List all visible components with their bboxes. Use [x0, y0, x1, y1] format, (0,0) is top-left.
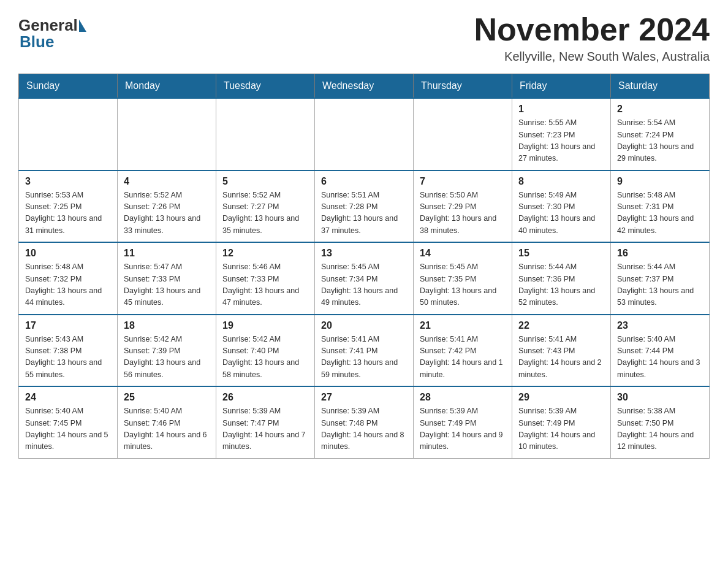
- day-info: Sunrise: 5:42 AM Sunset: 7:40 PM Dayligh…: [222, 334, 308, 381]
- day-info: Sunrise: 5:49 AM Sunset: 7:30 PM Dayligh…: [518, 190, 604, 237]
- day-info: Sunrise: 5:41 AM Sunset: 7:41 PM Dayligh…: [321, 334, 407, 381]
- day-number: 21: [420, 320, 506, 331]
- day-number: 29: [518, 392, 604, 403]
- calendar-cell: 26Sunrise: 5:39 AM Sunset: 7:47 PM Dayli…: [216, 386, 315, 458]
- calendar-cell: 13Sunrise: 5:45 AM Sunset: 7:34 PM Dayli…: [315, 242, 414, 315]
- day-info: Sunrise: 5:47 AM Sunset: 7:33 PM Dayligh…: [124, 261, 210, 309]
- calendar-cell: 8Sunrise: 5:49 AM Sunset: 7:30 PM Daylig…: [512, 170, 611, 243]
- calendar-cell: 18Sunrise: 5:42 AM Sunset: 7:39 PM Dayli…: [118, 315, 216, 387]
- day-number: 13: [321, 248, 407, 259]
- day-info: Sunrise: 5:39 AM Sunset: 7:48 PM Dayligh…: [321, 405, 407, 453]
- calendar-cell: 15Sunrise: 5:44 AM Sunset: 7:36 PM Dayli…: [512, 242, 611, 315]
- day-number: 15: [518, 248, 604, 259]
- day-info: Sunrise: 5:55 AM Sunset: 7:23 PM Dayligh…: [518, 117, 604, 165]
- day-number: 8: [518, 176, 604, 187]
- day-number: 10: [25, 248, 111, 259]
- day-info: Sunrise: 5:52 AM Sunset: 7:26 PM Dayligh…: [124, 190, 210, 237]
- day-number: 4: [124, 176, 210, 187]
- logo: General Blue: [18, 12, 88, 52]
- day-number: 18: [124, 320, 210, 331]
- day-info: Sunrise: 5:48 AM Sunset: 7:31 PM Dayligh…: [617, 190, 703, 237]
- title-block: November 2024 Kellyville, New South Wale…: [474, 12, 710, 64]
- day-number: 6: [321, 176, 407, 187]
- calendar-cell: 5Sunrise: 5:52 AM Sunset: 7:27 PM Daylig…: [216, 170, 315, 243]
- week-row-2: 3Sunrise: 5:53 AM Sunset: 7:25 PM Daylig…: [19, 170, 710, 243]
- day-info: Sunrise: 5:39 AM Sunset: 7:49 PM Dayligh…: [420, 405, 506, 453]
- day-info: Sunrise: 5:45 AM Sunset: 7:34 PM Dayligh…: [321, 261, 407, 309]
- calendar-cell: [19, 98, 118, 170]
- day-info: Sunrise: 5:42 AM Sunset: 7:39 PM Dayligh…: [124, 334, 210, 381]
- calendar-cell: 4Sunrise: 5:52 AM Sunset: 7:26 PM Daylig…: [118, 170, 216, 243]
- calendar-cell: 12Sunrise: 5:46 AM Sunset: 7:33 PM Dayli…: [216, 242, 315, 315]
- day-number: 25: [124, 392, 210, 403]
- calendar-header-row: SundayMondayTuesdayWednesdayThursdayFrid…: [19, 74, 710, 99]
- calendar-cell: 20Sunrise: 5:41 AM Sunset: 7:41 PM Dayli…: [315, 315, 414, 387]
- calendar-cell: [414, 98, 512, 170]
- day-number: 20: [321, 320, 407, 331]
- day-info: Sunrise: 5:40 AM Sunset: 7:45 PM Dayligh…: [25, 405, 111, 453]
- day-number: 5: [222, 176, 308, 187]
- day-info: Sunrise: 5:40 AM Sunset: 7:44 PM Dayligh…: [617, 334, 703, 381]
- calendar-cell: 1Sunrise: 5:55 AM Sunset: 7:23 PM Daylig…: [512, 98, 611, 170]
- day-number: 23: [617, 320, 703, 331]
- day-info: Sunrise: 5:54 AM Sunset: 7:24 PM Dayligh…: [617, 117, 703, 165]
- week-row-3: 10Sunrise: 5:48 AM Sunset: 7:32 PM Dayli…: [19, 242, 710, 315]
- day-header-sunday: Sunday: [19, 74, 118, 99]
- day-info: Sunrise: 5:41 AM Sunset: 7:43 PM Dayligh…: [518, 334, 604, 381]
- day-info: Sunrise: 5:44 AM Sunset: 7:36 PM Dayligh…: [518, 261, 604, 309]
- day-number: 12: [222, 248, 308, 259]
- calendar-cell: 27Sunrise: 5:39 AM Sunset: 7:48 PM Dayli…: [315, 386, 414, 458]
- location-title: Kellyville, New South Wales, Australia: [474, 50, 710, 64]
- calendar-cell: [315, 98, 414, 170]
- calendar-cell: 17Sunrise: 5:43 AM Sunset: 7:38 PM Dayli…: [19, 315, 118, 387]
- day-number: 27: [321, 392, 407, 403]
- day-number: 7: [420, 176, 506, 187]
- calendar-cell: [216, 98, 315, 170]
- calendar-cell: 9Sunrise: 5:48 AM Sunset: 7:31 PM Daylig…: [611, 170, 710, 243]
- calendar-cell: 11Sunrise: 5:47 AM Sunset: 7:33 PM Dayli…: [118, 242, 216, 315]
- day-header-tuesday: Tuesday: [216, 74, 315, 99]
- day-number: 17: [25, 320, 111, 331]
- logo-triangle-icon: [79, 20, 86, 32]
- day-info: Sunrise: 5:38 AM Sunset: 7:50 PM Dayligh…: [617, 405, 703, 453]
- day-info: Sunrise: 5:52 AM Sunset: 7:27 PM Dayligh…: [222, 190, 308, 237]
- day-info: Sunrise: 5:53 AM Sunset: 7:25 PM Dayligh…: [25, 190, 111, 237]
- calendar-cell: 3Sunrise: 5:53 AM Sunset: 7:25 PM Daylig…: [19, 170, 118, 243]
- calendar-cell: 16Sunrise: 5:44 AM Sunset: 7:37 PM Dayli…: [611, 242, 710, 315]
- day-info: Sunrise: 5:45 AM Sunset: 7:35 PM Dayligh…: [420, 261, 506, 309]
- calendar-cell: 7Sunrise: 5:50 AM Sunset: 7:29 PM Daylig…: [414, 170, 512, 243]
- day-number: 1: [518, 104, 604, 115]
- calendar-cell: 30Sunrise: 5:38 AM Sunset: 7:50 PM Dayli…: [611, 386, 710, 458]
- day-info: Sunrise: 5:41 AM Sunset: 7:42 PM Dayligh…: [420, 334, 506, 381]
- calendar-cell: 22Sunrise: 5:41 AM Sunset: 7:43 PM Dayli…: [512, 315, 611, 387]
- day-info: Sunrise: 5:44 AM Sunset: 7:37 PM Dayligh…: [617, 261, 703, 309]
- day-number: 30: [617, 392, 703, 403]
- week-row-1: 1Sunrise: 5:55 AM Sunset: 7:23 PM Daylig…: [19, 98, 710, 170]
- calendar-cell: 24Sunrise: 5:40 AM Sunset: 7:45 PM Dayli…: [19, 386, 118, 458]
- calendar-cell: 14Sunrise: 5:45 AM Sunset: 7:35 PM Dayli…: [414, 242, 512, 315]
- day-info: Sunrise: 5:50 AM Sunset: 7:29 PM Dayligh…: [420, 190, 506, 237]
- day-info: Sunrise: 5:40 AM Sunset: 7:46 PM Dayligh…: [124, 405, 210, 453]
- calendar-cell: 19Sunrise: 5:42 AM Sunset: 7:40 PM Dayli…: [216, 315, 315, 387]
- calendar-table: SundayMondayTuesdayWednesdayThursdayFrid…: [18, 74, 710, 459]
- day-header-monday: Monday: [118, 74, 216, 99]
- day-number: 28: [420, 392, 506, 403]
- day-info: Sunrise: 5:48 AM Sunset: 7:32 PM Dayligh…: [25, 261, 111, 309]
- calendar-cell: [118, 98, 216, 170]
- day-info: Sunrise: 5:43 AM Sunset: 7:38 PM Dayligh…: [25, 334, 111, 381]
- calendar-cell: 6Sunrise: 5:51 AM Sunset: 7:28 PM Daylig…: [315, 170, 414, 243]
- week-row-4: 17Sunrise: 5:43 AM Sunset: 7:38 PM Dayli…: [19, 315, 710, 387]
- day-number: 11: [124, 248, 210, 259]
- calendar-cell: 10Sunrise: 5:48 AM Sunset: 7:32 PM Dayli…: [19, 242, 118, 315]
- logo-blue-text: Blue: [18, 33, 54, 52]
- day-number: 24: [25, 392, 111, 403]
- day-info: Sunrise: 5:51 AM Sunset: 7:28 PM Dayligh…: [321, 190, 407, 237]
- day-number: 19: [222, 320, 308, 331]
- day-info: Sunrise: 5:46 AM Sunset: 7:33 PM Dayligh…: [222, 261, 308, 309]
- day-number: 14: [420, 248, 506, 259]
- day-header-thursday: Thursday: [414, 74, 512, 99]
- month-title: November 2024: [474, 12, 710, 47]
- calendar-cell: 23Sunrise: 5:40 AM Sunset: 7:44 PM Dayli…: [611, 315, 710, 387]
- calendar-cell: 21Sunrise: 5:41 AM Sunset: 7:42 PM Dayli…: [414, 315, 512, 387]
- day-header-saturday: Saturday: [611, 74, 710, 99]
